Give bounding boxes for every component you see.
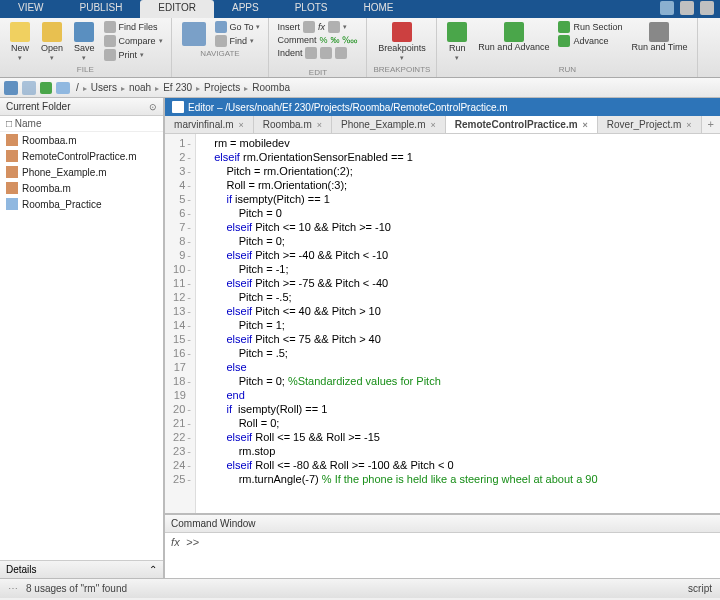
doc-tab[interactable]: Roomba.m× — [254, 116, 332, 133]
doc-tab[interactable]: Phone_Example.m× — [332, 116, 446, 133]
run-advance-button[interactable]: Run and Advance — [474, 20, 553, 64]
toolstrip-tab-publish[interactable]: PUBLISH — [62, 0, 141, 18]
goto-icon — [215, 21, 227, 33]
print-icon — [104, 49, 116, 61]
breadcrumb[interactable]: /UsersnoahEf 230ProjectsRoomba — [74, 82, 292, 93]
doc-tab[interactable]: Rover_Project.m× — [598, 116, 702, 133]
toolstrip-quickaccess — [654, 0, 720, 18]
close-icon[interactable]: × — [686, 120, 691, 130]
command-window: Command Window fx >> — [165, 513, 720, 578]
forward-icon[interactable] — [22, 81, 36, 95]
print-button[interactable]: Print▾ — [102, 48, 165, 62]
insert-button[interactable]: Insert fx ▾ — [275, 20, 360, 34]
breadcrumb-item[interactable]: / — [74, 82, 81, 93]
run-section-button[interactable]: Run Section — [556, 20, 624, 34]
breadcrumb-item[interactable]: noah — [127, 82, 153, 93]
editor-icon — [172, 101, 184, 113]
run-advance-icon — [504, 22, 524, 42]
group-edit: Insert fx ▾ Comment % ‰ ‱ Indent EDIT — [269, 18, 367, 77]
findfiles-button[interactable]: Find Files — [102, 20, 165, 34]
advance-icon — [558, 35, 570, 47]
nav-icon-button[interactable] — [178, 20, 210, 48]
save-icon[interactable] — [660, 1, 674, 15]
breakpoint-icon — [392, 22, 412, 42]
close-icon[interactable]: × — [239, 120, 244, 130]
matlab-file-icon — [6, 166, 18, 178]
file-list-header[interactable]: □ Name — [0, 116, 163, 132]
goto-button[interactable]: Go To▾ — [213, 20, 263, 34]
open-button[interactable]: Open▾ — [37, 20, 67, 64]
group-edit-label: EDIT — [275, 67, 360, 77]
editor-panel: Editor – /Users/noah/Ef 230/Projects/Roo… — [165, 98, 720, 578]
toolstrip: New▾ Open▾ Save▾ Find Files Compare▾ Pri… — [0, 18, 720, 78]
up-icon[interactable] — [40, 82, 52, 94]
navigate-icon — [182, 22, 206, 46]
file-item[interactable]: Roomba.m — [0, 180, 163, 196]
toolstrip-tab-home[interactable]: HOME — [345, 0, 411, 18]
new-icon — [10, 22, 30, 42]
current-folder-title: Current Folder⊙ — [0, 98, 163, 116]
toolstrip-tab-plots[interactable]: PLOTS — [277, 0, 346, 18]
add-tab-button[interactable]: + — [702, 116, 720, 133]
line-gutter[interactable]: 1-2-3-4-5-6-7-8-9-10-11-12-13-14-15-16-1… — [165, 134, 196, 513]
editor-title-bar: Editor – /Users/noah/Ef 230/Projects/Roo… — [165, 98, 720, 116]
find-icon — [215, 35, 227, 47]
redo-icon[interactable] — [700, 1, 714, 15]
undo-icon[interactable] — [680, 1, 694, 15]
toolstrip-tab-editor[interactable]: EDITOR — [140, 0, 214, 18]
comment-button[interactable]: Comment % ‰ ‱ — [275, 34, 360, 46]
find-files-icon — [104, 21, 116, 33]
details-bar[interactable]: Details⌃ — [0, 560, 163, 578]
collapse-icon[interactable]: ⊙ — [149, 102, 157, 112]
close-icon[interactable]: × — [317, 120, 322, 130]
close-icon[interactable]: × — [583, 120, 588, 130]
run-button[interactable]: Run▾ — [443, 20, 471, 64]
code-content[interactable]: rm = mobiledev elseif rm.OrientationSens… — [196, 134, 604, 513]
group-run-label: RUN — [443, 64, 691, 74]
group-breakpoints: Breakpoints▾ BREAKPOINTS — [367, 18, 437, 77]
run-section-icon — [558, 21, 570, 33]
toolstrip-tab-apps[interactable]: APPS — [214, 0, 277, 18]
chevron-up-icon: ⌃ — [149, 564, 157, 575]
group-run: Run▾ Run and Advance Run Section Advance… — [437, 18, 698, 77]
run-time-button[interactable]: Run and Time — [627, 20, 691, 64]
run-time-icon — [649, 22, 669, 42]
group-file-label: FILE — [6, 64, 165, 74]
compare-icon — [104, 35, 116, 47]
compare-button[interactable]: Compare▾ — [102, 34, 165, 48]
new-button[interactable]: New▾ — [6, 20, 34, 64]
breadcrumb-item[interactable]: Ef 230 — [161, 82, 194, 93]
back-icon[interactable] — [4, 81, 18, 95]
save-button[interactable]: Save▾ — [70, 20, 99, 64]
toolstrip-tabs: VIEWPUBLISHEDITORAPPSPLOTSHOME — [0, 0, 720, 18]
breakpoints-button[interactable]: Breakpoints▾ — [373, 20, 430, 64]
current-folder-panel: Current Folder⊙ □ Name Roombaa.mRemoteCo… — [0, 98, 165, 578]
breadcrumb-item[interactable]: Projects — [202, 82, 242, 93]
status-message: 8 usages of "rm" found — [26, 583, 127, 594]
open-icon — [42, 22, 62, 42]
file-item[interactable]: Phone_Example.m — [0, 164, 163, 180]
advance-button[interactable]: Advance — [556, 34, 624, 48]
address-bar: /UsersnoahEf 230ProjectsRoomba — [0, 78, 720, 98]
command-prompt[interactable]: fx >> — [165, 533, 720, 552]
breadcrumb-item[interactable]: Roomba — [250, 82, 292, 93]
folder-icon[interactable] — [56, 82, 70, 94]
code-editor[interactable]: 1-2-3-4-5-6-7-8-9-10-11-12-13-14-15-16-1… — [165, 134, 720, 513]
breadcrumb-item[interactable]: Users — [89, 82, 119, 93]
doc-tab[interactable]: marvinfinal.m× — [165, 116, 254, 133]
run-icon — [447, 22, 467, 42]
file-item[interactable]: Roomba_Practice — [0, 196, 163, 212]
group-bp-label: BREAKPOINTS — [373, 64, 430, 74]
matlab-file-icon — [6, 134, 18, 146]
group-navigate: Go To▾ Find▾ NAVIGATE — [172, 18, 270, 77]
file-item[interactable]: RemoteControlPractice.m — [0, 148, 163, 164]
find-button[interactable]: Find▾ — [213, 34, 263, 48]
indent-button[interactable]: Indent — [275, 46, 360, 60]
document-tabs: marvinfinal.m×Roomba.m×Phone_Example.m×R… — [165, 116, 720, 134]
doc-tab[interactable]: RemoteControlPractice.m× — [446, 116, 598, 133]
file-item[interactable]: Roombaa.m — [0, 132, 163, 148]
save-icon — [74, 22, 94, 42]
close-icon[interactable]: × — [430, 120, 435, 130]
toolstrip-tab-view[interactable]: VIEW — [0, 0, 62, 18]
insert-section-icon — [303, 21, 315, 33]
